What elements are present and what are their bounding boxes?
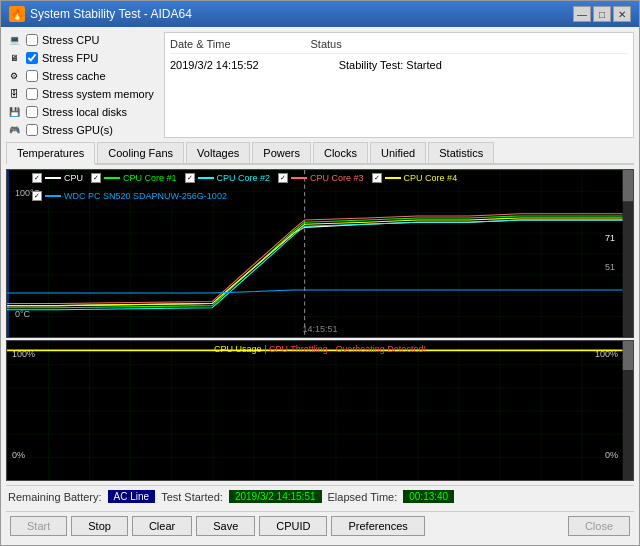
maximize-button[interactable]: □: [593, 6, 611, 22]
window-controls: — □ ✕: [573, 6, 631, 22]
legend-core4: ✓ CPU Core #4: [372, 173, 458, 183]
stress-cache-checkbox[interactable]: [26, 70, 38, 82]
legend-core1-check[interactable]: ✓: [91, 173, 101, 183]
legend-core4-label: CPU Core #4: [404, 173, 458, 183]
main-window: 🔥 System Stability Test - AIDA64 — □ ✕ 💻…: [0, 0, 640, 546]
tab-cooling-fans[interactable]: Cooling Fans: [97, 142, 184, 163]
stress-cpu-checkbox[interactable]: [26, 34, 38, 46]
test-datetime: 2019/3/2 14:15:52: [170, 59, 259, 71]
stress-gpu-checkbox[interactable]: [26, 124, 38, 136]
legend-wdc-label: WDC PC SN520 SDAPNUW-256G-1002: [64, 191, 227, 201]
svg-rect-5: [7, 341, 633, 480]
cpuid-button[interactable]: CPUID: [259, 516, 327, 536]
stress-memory-label: Stress system memory: [42, 88, 154, 100]
top-section: 💻 Stress CPU 🖥 Stress FPU ⚙ Stress cache…: [6, 32, 634, 138]
gpu-icon: 🎮: [6, 122, 22, 138]
cpu-pct-top-right: 100%: [595, 349, 618, 359]
action-bar: Start Stop Clear Save CPUID Preferences …: [6, 511, 634, 540]
stress-gpu-item: 🎮 Stress GPU(s): [6, 122, 156, 138]
close-button[interactable]: Close: [568, 516, 630, 536]
temp-time-label: 14:15:51: [302, 324, 337, 334]
temp-value-51: 51: [605, 262, 615, 272]
legend-core4-color: [385, 177, 401, 179]
legend-core1-color: [104, 177, 120, 179]
stress-fpu-checkbox[interactable]: [26, 52, 38, 64]
cpu-usage-chart: CPU Usage | CPU Throttling - Overheating…: [6, 340, 634, 481]
legend-cpu-label: CPU: [64, 173, 83, 183]
preferences-button[interactable]: Preferences: [331, 516, 424, 536]
stress-cpu-label: Stress CPU: [42, 34, 99, 46]
temp-y-bottom: 0°C: [15, 309, 30, 319]
status-panel: Date & Time Status 2019/3/2 14:15:52 Sta…: [164, 32, 634, 138]
tab-statistics[interactable]: Statistics: [428, 142, 494, 163]
tab-clocks[interactable]: Clocks: [313, 142, 368, 163]
stop-button[interactable]: Stop: [71, 516, 128, 536]
cpu-chart-title: CPU Usage | CPU Throttling - Overheating…: [214, 344, 426, 354]
legend-core3-label: CPU Core #3: [310, 173, 364, 183]
status-row: 2019/3/2 14:15:52 Stability Test: Starte…: [170, 59, 628, 71]
title-bar: 🔥 System Stability Test - AIDA64 — □ ✕: [1, 1, 639, 27]
clear-button[interactable]: Clear: [132, 516, 192, 536]
legend-core3-check[interactable]: ✓: [278, 173, 288, 183]
legend-core3: ✓ CPU Core #3: [278, 173, 364, 183]
save-button[interactable]: Save: [196, 516, 255, 536]
cpu-throttle-label: CPU Throttling - Overheating Detected!: [269, 344, 426, 354]
legend-cpu-color: [45, 177, 61, 179]
legend-wdc-color: [45, 195, 61, 197]
legend-core2-color: [198, 177, 214, 179]
legend-cpu-check[interactable]: ✓: [32, 173, 42, 183]
datetime-header: Date & Time: [170, 38, 231, 50]
battery-label: Remaining Battery:: [8, 491, 102, 503]
battery-value: AC Line: [108, 490, 156, 503]
status-header: Date & Time Status: [170, 38, 628, 54]
window-title: System Stability Test - AIDA64: [30, 7, 192, 21]
stress-fpu-item: 🖥 Stress FPU: [6, 50, 156, 66]
close-button[interactable]: ✕: [613, 6, 631, 22]
elapsed-label: Elapsed Time:: [328, 491, 398, 503]
test-started-label: Test Started:: [161, 491, 223, 503]
legend-core2: ✓ CPU Core #2: [185, 173, 271, 183]
svg-rect-7: [623, 341, 633, 370]
tab-unified[interactable]: Unified: [370, 142, 426, 163]
tab-voltages[interactable]: Voltages: [186, 142, 250, 163]
cpu-usage-label: CPU Usage: [214, 344, 262, 354]
stress-memory-checkbox[interactable]: [26, 88, 38, 100]
legend-core2-label: CPU Core #2: [217, 173, 271, 183]
legend-cpu: ✓ CPU: [32, 173, 83, 183]
right-buttons: Close: [568, 516, 630, 536]
title-bar-left: 🔥 System Stability Test - AIDA64: [9, 6, 192, 22]
stress-memory-item: 🗄 Stress system memory: [6, 86, 156, 102]
memory-icon: 🗄: [6, 86, 22, 102]
chart-legend: ✓ CPU ✓ CPU Core #1 ✓ CPU Core #2: [32, 173, 633, 201]
stress-gpu-label: Stress GPU(s): [42, 124, 113, 136]
status-header-label: Status: [311, 38, 342, 50]
cpu-icon: 💻: [6, 32, 22, 48]
tab-powers[interactable]: Powers: [252, 142, 311, 163]
disk-icon: 💾: [6, 104, 22, 120]
stress-cache-label: Stress cache: [42, 70, 106, 82]
charts-section: ✓ CPU ✓ CPU Core #1 ✓ CPU Core #2: [6, 169, 634, 481]
temp-value-71: 71: [605, 233, 615, 243]
test-status: Stability Test: Started: [339, 59, 442, 71]
svg-rect-1: [7, 170, 9, 337]
legend-wdc-check[interactable]: ✓: [32, 191, 42, 201]
fpu-icon: 🖥: [6, 50, 22, 66]
elapsed-value: 00:13:40: [403, 490, 454, 503]
cpu-pct-top-left: 100%: [12, 349, 35, 359]
legend-core4-check[interactable]: ✓: [372, 173, 382, 183]
legend-core1: ✓ CPU Core #1: [91, 173, 177, 183]
temperature-chart: ✓ CPU ✓ CPU Core #1 ✓ CPU Core #2: [6, 169, 634, 338]
stress-fpu-label: Stress FPU: [42, 52, 98, 64]
stress-cache-item: ⚙ Stress cache: [6, 68, 156, 84]
stress-disk-label: Stress local disks: [42, 106, 127, 118]
stress-disk-item: 💾 Stress local disks: [6, 104, 156, 120]
legend-core2-check[interactable]: ✓: [185, 173, 195, 183]
stress-disk-checkbox[interactable]: [26, 106, 38, 118]
minimize-button[interactable]: —: [573, 6, 591, 22]
legend-wdc: ✓ WDC PC SN520 SDAPNUW-256G-1002: [32, 191, 227, 201]
stress-options-panel: 💻 Stress CPU 🖥 Stress FPU ⚙ Stress cache…: [6, 32, 156, 138]
app-icon: 🔥: [9, 6, 25, 22]
tab-temperatures[interactable]: Temperatures: [6, 142, 95, 165]
start-button[interactable]: Start: [10, 516, 67, 536]
legend-core1-label: CPU Core #1: [123, 173, 177, 183]
